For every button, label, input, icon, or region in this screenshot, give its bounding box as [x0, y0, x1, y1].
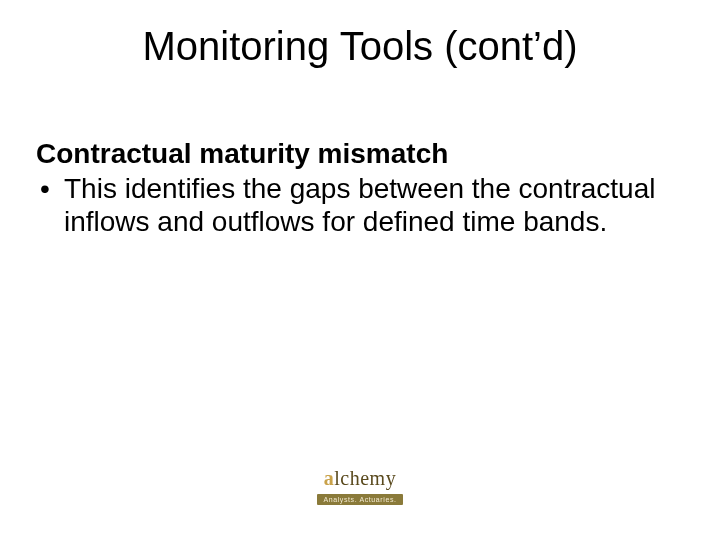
bullet-list: This identifies the gaps between the con… [36, 172, 680, 238]
logo-rest: lchemy [334, 467, 396, 489]
logo-accent-letter: a [324, 467, 335, 489]
slide-body: Contractual maturity mismatch This ident… [36, 138, 680, 238]
list-item: This identifies the gaps between the con… [36, 172, 680, 238]
slide: Monitoring Tools (cont’d) Contractual ma… [0, 0, 720, 540]
logo-wordmark: alchemy [305, 468, 415, 488]
subheading: Contractual maturity mismatch [36, 138, 680, 170]
logo-tagline: Analysts. Actuaries. [317, 494, 402, 505]
slide-title: Monitoring Tools (cont’d) [0, 24, 720, 69]
footer-logo: alchemy Analysts. Actuaries. [305, 468, 415, 506]
